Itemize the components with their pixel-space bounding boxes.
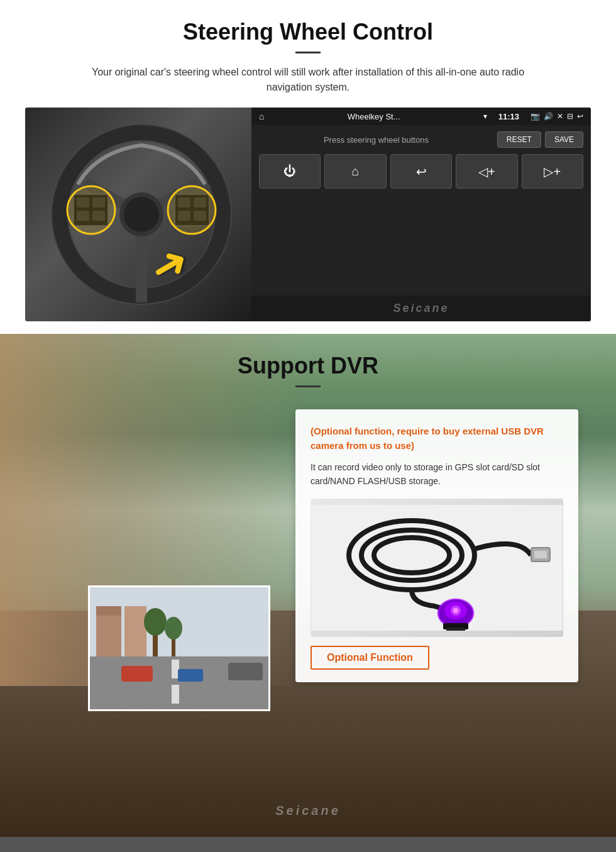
- dvr-section: Support DVR (: [0, 334, 616, 837]
- back-icon: ↩: [577, 112, 583, 121]
- optional-function-badge: Optional Function: [311, 646, 563, 670]
- expand-icon: ⊟: [567, 112, 573, 121]
- save-button[interactable]: SAVE: [545, 131, 583, 148]
- svg-rect-20: [96, 612, 121, 656]
- dvr-camera-svg: [311, 505, 563, 631]
- close-icon: ✕: [557, 112, 563, 121]
- svg-point-26: [165, 617, 182, 639]
- swc-composite-image: ➜ Seicane ⌂ Wheelkey St... ▾ 11:13 📷 🔊 ✕…: [25, 108, 591, 321]
- steering-wheel-section: Steering Wheel Control Your original car…: [0, 0, 616, 334]
- dvr-card-text: It can record video only to storage in G…: [311, 460, 563, 489]
- fn-vol-up-btn[interactable]: ▷+: [522, 154, 583, 189]
- seicane-watermark-dvr: Seicane: [275, 804, 341, 818]
- svg-point-24: [144, 608, 167, 636]
- dvr-title: Support DVR: [0, 353, 616, 379]
- panel-instruction: Press steering wheel buttons: [259, 135, 493, 145]
- fn-back-btn[interactable]: ↩: [390, 154, 452, 189]
- svg-point-42: [453, 608, 458, 613]
- dvr-info-card: (Optional function, require to buy exter…: [295, 409, 578, 682]
- wheelkey-panel: Press steering wheel buttons RESET SAVE …: [251, 125, 591, 296]
- thumbnail-scene: [90, 587, 270, 711]
- fn-power-btn[interactable]: ⏻: [259, 154, 321, 189]
- dvr-divider: [295, 385, 321, 387]
- wheelkey-ui-panel: ⌂ Wheelkey St... ▾ 11:13 📷 🔊 ✕ ⊟ ↩ Press…: [251, 108, 591, 321]
- status-bar: ⌂ Wheelkey St... ▾ 11:13 📷 🔊 ✕ ⊟ ↩: [251, 108, 591, 125]
- dvr-heading: Support DVR: [0, 334, 616, 406]
- swc-description: Your original car's steering wheel contr…: [75, 65, 541, 95]
- dvr-camera-image: [311, 499, 563, 637]
- app-name-label: Wheelkey St...: [269, 112, 478, 121]
- dvr-road-thumbnail: [88, 585, 270, 711]
- steering-wheel-photo: ➜: [25, 108, 258, 321]
- panel-header: Press steering wheel buttons RESET SAVE: [259, 131, 583, 148]
- svg-rect-38: [534, 551, 547, 558]
- svg-rect-30: [121, 666, 153, 682]
- swc-title: Steering Wheel Control: [25, 19, 591, 45]
- title-divider: [295, 52, 321, 53]
- status-icons: 📷 🔊 ✕ ⊟ ↩: [531, 112, 583, 121]
- optional-function-label: Optional Function: [311, 646, 429, 670]
- steering-wheel-svg: [47, 120, 236, 309]
- function-buttons-row: ⏻ ⌂ ↩ ◁+ ▷+: [259, 154, 583, 189]
- svg-rect-29: [172, 685, 179, 704]
- signal-icon: ▾: [483, 112, 487, 121]
- reset-button[interactable]: RESET: [497, 131, 541, 148]
- svg-rect-21: [96, 606, 121, 616]
- svg-point-18: [168, 186, 216, 234]
- volume-icon: 🔊: [544, 112, 553, 121]
- dvr-card-title: (Optional function, require to buy exter…: [311, 424, 563, 453]
- svg-rect-22: [124, 606, 146, 656]
- fn-home-btn[interactable]: ⌂: [324, 154, 386, 189]
- svg-point-6: [124, 197, 159, 232]
- home-icon: ⌂: [259, 111, 264, 121]
- svg-rect-31: [178, 669, 203, 682]
- camera-icon: 📷: [531, 112, 540, 121]
- time-display: 11:13: [498, 112, 519, 121]
- svg-rect-45: [446, 628, 465, 631]
- svg-point-17: [67, 186, 115, 234]
- svg-rect-32: [228, 663, 263, 680]
- seicane-watermark-right: Seicane: [251, 296, 591, 321]
- fn-vol-down-btn[interactable]: ◁+: [456, 154, 517, 189]
- bottom-bar: [0, 837, 616, 852]
